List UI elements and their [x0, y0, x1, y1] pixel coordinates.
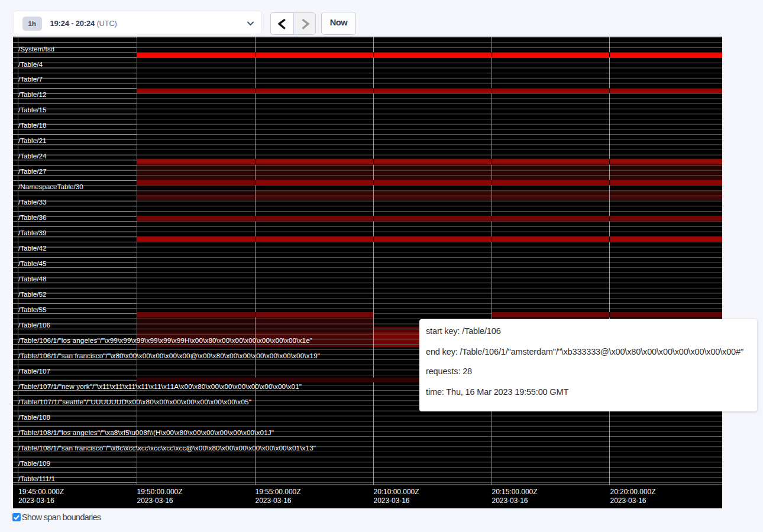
svg-text:/Table/106: /Table/106 — [18, 321, 50, 329]
svg-text:/Table/15: /Table/15 — [18, 106, 47, 113]
svg-text:2023-03-16: 2023-03-16 — [374, 496, 410, 505]
svg-text:/Table/108/1/"san francisco"/": /Table/108/1/"san francisco"/"\x8c\xcc\x… — [18, 444, 316, 452]
svg-text:/Table/108: /Table/108 — [18, 413, 50, 421]
svg-text:/Table/106/1/"san francisco"/": /Table/106/1/"san francisco"/"\x80\x00\x… — [18, 352, 320, 359]
svg-text:/Table/107/1/"new york"/"\x11\: /Table/107/1/"new york"/"\x11\x11\x11\x1… — [18, 382, 302, 390]
svg-text:/Table/24: /Table/24 — [18, 152, 47, 160]
svg-text:/Table/106/1/"los angeles"/"\x: /Table/106/1/"los angeles"/"\x99\x99\x99… — [18, 336, 312, 344]
svg-text:20:20:00.000Z: 20:20:00.000Z — [610, 487, 656, 496]
svg-text:/Table/18: /Table/18 — [18, 121, 46, 129]
svg-text:/Table/21: /Table/21 — [18, 137, 46, 144]
svg-text:/Table/4: /Table/4 — [18, 60, 43, 68]
svg-text:2023-03-16: 2023-03-16 — [137, 496, 173, 505]
svg-text:/Table/107/1/"seattle"/"UUUUUU: /Table/107/1/"seattle"/"UUUUUUD\x00\x80\… — [18, 398, 251, 406]
svg-text:/Table/39: /Table/39 — [18, 229, 46, 236]
svg-text:/Table/12: /Table/12 — [18, 90, 46, 98]
svg-text:/Table/33: /Table/33 — [18, 198, 46, 206]
svg-text:20:10:00.000Z: 20:10:00.000Z — [374, 487, 419, 496]
svg-text:/Table/107: /Table/107 — [18, 367, 50, 375]
svg-text:2023-03-16: 2023-03-16 — [492, 496, 528, 505]
svg-text:/System/tsd: /System/tsd — [18, 45, 54, 53]
svg-text:20:15:00.000Z: 20:15:00.000Z — [492, 487, 538, 496]
svg-text:/Table/45: /Table/45 — [18, 259, 47, 267]
svg-text:2023-03-16: 2023-03-16 — [256, 496, 292, 505]
svg-text:19:45:00.000Z: 19:45:00.000Z — [18, 487, 64, 496]
svg-text:19:55:00.000Z: 19:55:00.000Z — [256, 487, 301, 496]
svg-text:19:50:00.000Z: 19:50:00.000Z — [137, 487, 183, 496]
svg-text:/Table/109: /Table/109 — [18, 459, 50, 467]
svg-text:/Table/55: /Table/55 — [18, 306, 47, 313]
svg-text:2023-03-16: 2023-03-16 — [610, 496, 646, 505]
svg-text:/Table/27: /Table/27 — [18, 167, 46, 175]
svg-text:/Table/42: /Table/42 — [18, 244, 46, 252]
svg-text:/Table/48: /Table/48 — [18, 275, 46, 283]
svg-text:/Table/36: /Table/36 — [18, 213, 46, 221]
svg-text:/Table/111/1: /Table/111/1 — [18, 475, 55, 482]
svg-text:/Table/52: /Table/52 — [18, 290, 46, 298]
svg-text:/Table/7: /Table/7 — [18, 75, 43, 83]
svg-text:/NamespaceTable/30: /NamespaceTable/30 — [18, 183, 83, 190]
svg-text:/Table/108/1/"los angeles"/"\x: /Table/108/1/"los angeles"/"\xa8\xf5\u00… — [18, 429, 274, 436]
svg-text:2023-03-16: 2023-03-16 — [18, 496, 54, 505]
